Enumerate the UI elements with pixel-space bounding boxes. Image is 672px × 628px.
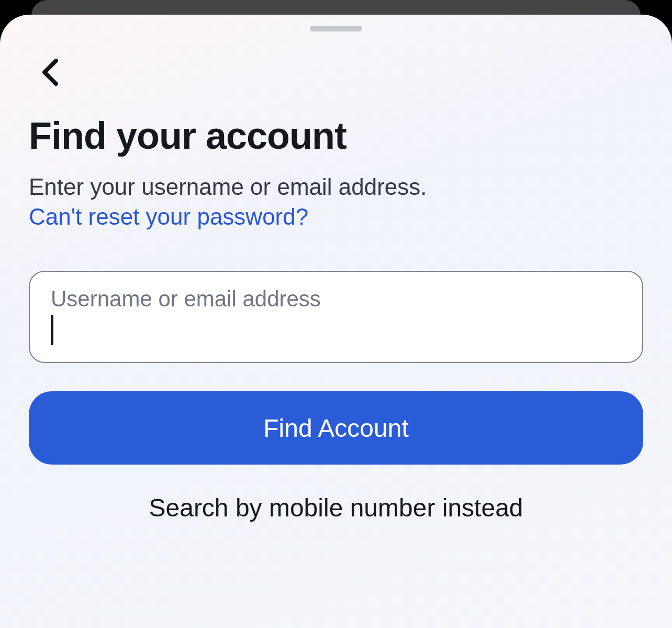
username-email-input-container[interactable]: Username or email address bbox=[29, 271, 643, 363]
content-area: Find your account Enter your username or… bbox=[0, 31, 672, 522]
input-label: Username or email address bbox=[51, 287, 621, 312]
text-caret bbox=[51, 315, 53, 345]
subtitle-block: Enter your username or email address. Ca… bbox=[29, 172, 643, 232]
back-button[interactable] bbox=[34, 57, 65, 88]
backdrop-sheet-edge bbox=[31, 0, 641, 16]
help-link[interactable]: Can't reset your password? bbox=[29, 202, 308, 232]
search-by-mobile-link[interactable]: Search by mobile number instead bbox=[29, 493, 643, 522]
drag-handle[interactable] bbox=[310, 26, 362, 31]
subtitle-text: Enter your username or email address. bbox=[29, 174, 427, 200]
page-title: Find your account bbox=[29, 114, 643, 157]
modal-sheet: Find your account Enter your username or… bbox=[0, 15, 672, 628]
find-account-button[interactable]: Find Account bbox=[29, 391, 643, 465]
input-caret-row bbox=[51, 315, 621, 345]
chevron-left-icon bbox=[40, 59, 59, 86]
